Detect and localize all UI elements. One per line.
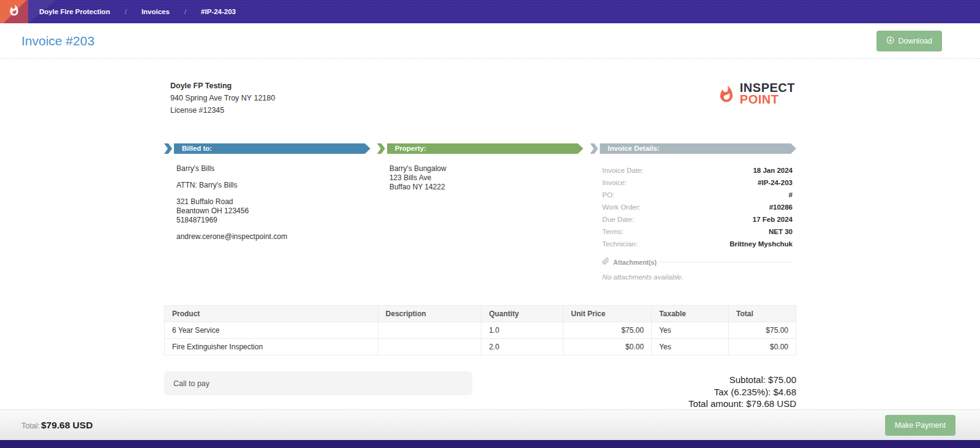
invoice-detail-row: Terms:NET 30: [602, 226, 793, 238]
detail-value: 17 Feb 2024: [753, 216, 793, 223]
total-amount-line: Total amount: $79.68 USD: [688, 398, 796, 410]
ribbon-chevron-icon: [590, 143, 598, 154]
invoice-detail-row: Invoice:#IP-24-203: [602, 177, 793, 189]
make-payment-button[interactable]: Make Payment: [885, 415, 956, 436]
column-header: Unit Price: [564, 306, 652, 322]
page-title: Invoice #203: [21, 34, 94, 48]
table-row: Fire Extinguisher Inspection2.0$0.00Yes$…: [165, 339, 796, 355]
detail-label: Technician:: [602, 240, 638, 248]
company-name: Doyle FP Testing: [170, 82, 275, 90]
attachments-header: Attachment(s): [602, 257, 793, 267]
billed-address1: 321 Buffalo Road: [176, 197, 367, 206]
breadcrumb-current: #IP-24-203: [201, 8, 236, 15]
table-cell-quantity: 2.0: [481, 339, 564, 355]
line-items-header-row: ProductDescriptionQuantityUnit PriceTaxa…: [165, 306, 796, 322]
table-cell-unit_price: $0.00: [564, 339, 652, 355]
property-address1: 123 Bills Ave: [390, 173, 580, 182]
detail-value: NET 30: [769, 228, 793, 235]
table-cell-description: [378, 322, 481, 339]
table-cell-description: [378, 339, 481, 355]
table-cell-total: $0.00: [729, 339, 796, 355]
invoice-detail-row: Work Order:#10286: [602, 201, 793, 213]
inspect-point-logo: INSPECT POINT: [717, 82, 796, 119]
app-logo[interactable]: [0, 0, 28, 23]
table-row: 6 Year Service1.0$75.00Yes$75.00: [165, 322, 796, 339]
tax-line: Tax (6.235%): $4.68: [688, 386, 796, 398]
detail-value: #: [789, 191, 793, 199]
invoice-details-section: Invoice Details: Invoice Date:18 Jan 202…: [590, 143, 796, 281]
billed-to-banner-label: Billed to:: [174, 143, 371, 154]
invoice-document: Doyle FP Testing 940 Spring Ave Troy NY …: [164, 82, 796, 422]
property-banner-label: Property:: [387, 143, 584, 154]
column-header: Description: [378, 306, 481, 322]
detail-label: Work Order:: [602, 203, 640, 211]
detail-label: PO:: [602, 191, 614, 199]
footer-total: Total: $79.68 USD: [21, 420, 92, 431]
table-cell-total: $75.00: [729, 322, 796, 339]
billed-name: Barry's Bills: [176, 164, 367, 173]
table-cell-taxable: Yes: [652, 322, 729, 339]
paperclip-icon: [602, 257, 609, 267]
company-info: Doyle FP Testing 940 Spring Ave Troy NY …: [164, 82, 275, 119]
detail-label: Due Date:: [602, 216, 634, 223]
table-cell-product: 6 Year Service: [165, 322, 379, 339]
ribbon-chevron-icon: [164, 143, 172, 154]
billed-phone: 5184871969: [176, 216, 367, 224]
invoice-detail-row: Invoice Date:18 Jan 2024: [602, 164, 793, 177]
flame-icon: [717, 82, 736, 109]
brand-line2: POINT: [740, 94, 795, 105]
breadcrumb-separator: /: [125, 8, 127, 15]
billed-attn: ATTN: Barry's Bills: [176, 181, 367, 189]
invoice-detail-row: PO:#: [602, 189, 793, 201]
payment-footer: Total: $79.68 USD Make Payment: [0, 409, 980, 440]
column-header: Product: [165, 306, 379, 322]
breadcrumb-company[interactable]: Doyle Fire Protection: [39, 8, 110, 15]
attachments-empty-text: No attachments available.: [602, 273, 793, 281]
attachments-title: Attachment(s): [613, 259, 657, 266]
billed-email: andrew.cerone@inspectpoint.com: [176, 232, 367, 241]
column-header: Quantity: [481, 306, 564, 322]
download-label: Download: [898, 37, 932, 45]
company-license: License #12345: [170, 107, 275, 115]
detail-value: Brittney Myshchuk: [729, 240, 793, 248]
breadcrumb-invoices[interactable]: Invoices: [141, 8, 170, 15]
detail-label: Invoice Date:: [602, 167, 643, 174]
breadcrumb-separator: /: [184, 8, 186, 15]
property-banner: Property:: [377, 143, 584, 154]
table-cell-quantity: 1.0: [481, 322, 564, 339]
detail-label: Invoice:: [602, 179, 627, 186]
billed-address2: Beantown OH 123456: [176, 207, 367, 215]
invoice-details-banner: Invoice Details:: [590, 143, 796, 154]
company-address: 940 Spring Ave Troy NY 12180: [170, 94, 275, 102]
invoice-details-rows: Invoice Date:18 Jan 2024Invoice:#IP-24-2…: [590, 154, 796, 250]
detail-value: #10286: [769, 203, 793, 211]
ribbon-chevron-icon: [377, 143, 385, 154]
footer-total-label: Total:: [21, 422, 40, 430]
detail-value: 18 Jan 2024: [753, 167, 793, 174]
line-items-table: ProductDescriptionQuantityUnit PriceTaxa…: [164, 305, 796, 355]
table-cell-taxable: Yes: [652, 339, 729, 355]
property-address2: Buffao NY 14222: [390, 183, 580, 191]
subtotal-line: Subtotal: $75.00: [688, 374, 796, 386]
column-header: Total: [729, 306, 796, 322]
detail-value: #IP-24-203: [758, 179, 793, 186]
column-header: Taxable: [652, 306, 729, 322]
detail-label: Terms:: [602, 228, 624, 235]
download-button[interactable]: Download: [876, 31, 942, 51]
invoice-details-banner-label: Invoice Details:: [600, 143, 796, 154]
table-cell-product: Fire Extinguisher Inspection: [165, 339, 379, 355]
top-navigation: Doyle Fire Protection / Invoices / #IP-2…: [0, 0, 980, 23]
invoice-note: Call to pay: [164, 371, 472, 395]
billed-to-section: Billed to: Barry's Bills ATTN: Barry's B…: [164, 143, 371, 281]
table-cell-unit_price: $75.00: [564, 322, 652, 339]
attachments-divider: [660, 262, 793, 262]
property-section: Property: Barry's Bungalow 123 Bills Ave…: [377, 143, 584, 281]
page-header: Invoice #203 Download: [0, 23, 980, 59]
footer-total-value: $79.68 USD: [41, 420, 92, 431]
flame-icon: [8, 4, 20, 19]
bottom-accent-strip: [0, 440, 980, 448]
invoice-detail-row: Due Date:17 Feb 2024: [602, 213, 793, 226]
download-icon: [886, 36, 894, 46]
invoice-detail-row: Technician:Brittney Myshchuk: [602, 238, 793, 250]
billed-to-banner: Billed to:: [164, 143, 371, 154]
